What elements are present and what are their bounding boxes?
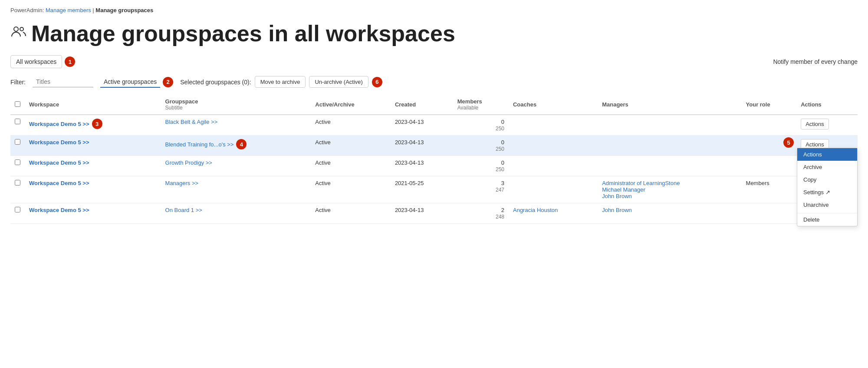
table-header-row: Workspace Groupspace Subtitle Active/Arc… — [10, 95, 858, 115]
groupspace-cell: Blended Training fo...o's >>4 — [161, 136, 311, 156]
filter-label: Filter: — [10, 79, 26, 86]
members-cell: 2248 — [453, 203, 509, 224]
manager-link[interactable]: Michael Manager — [602, 186, 737, 193]
status-cell: Active — [311, 136, 391, 156]
badge-1: 1 — [65, 56, 75, 67]
manager-link[interactable]: John Brown — [602, 207, 737, 213]
coaches-cell — [509, 176, 598, 203]
coach-link[interactable]: Angracia Houston — [513, 207, 593, 213]
unarchive-button[interactable]: Un-archive (Active) — [309, 76, 368, 88]
members-cell: 0250 — [453, 136, 509, 156]
selected-groupspaces-section: Selected groupspaces (0): Move to archiv… — [180, 76, 382, 88]
groupspace-link[interactable]: Growth Prodigy >> — [165, 159, 212, 166]
status-cell: Active — [311, 156, 391, 176]
actions-button[interactable]: Actions — [801, 119, 829, 129]
row-checkbox[interactable] — [15, 119, 20, 124]
select-all-checkbox[interactable] — [15, 101, 20, 107]
th-actions: Actions — [796, 95, 858, 115]
th-members: Members Available — [453, 95, 509, 115]
actions-cell: Actions5ActionsArchiveCopySettings ↗Unar… — [796, 136, 858, 156]
move-to-archive-button[interactable]: Move to archive — [255, 76, 306, 88]
breadcrumb-current: Manage groupspaces — [95, 7, 153, 13]
notify-text: Notify member of every change — [773, 58, 858, 65]
toolbar-row: All workspaces 1 Notify member of every … — [10, 55, 858, 68]
dropdown-unarchive[interactable]: Unarchive — [797, 199, 857, 211]
row-checkbox[interactable] — [15, 180, 20, 186]
workspace-cell: Workspace Demo 5 >> — [25, 136, 161, 156]
status-cell: Active — [311, 203, 391, 224]
groupspace-link[interactable]: Black Belt & Agile >> — [165, 119, 218, 125]
coaches-cell — [509, 115, 598, 136]
role-cell — [742, 156, 797, 176]
groupspace-cell: Managers >> — [161, 176, 311, 203]
notify-label: Notify member of every change — [773, 58, 858, 65]
members-cell: 3247 — [453, 176, 509, 203]
table-row: Workspace Demo 5 >>On Board 1 >>Active20… — [10, 203, 858, 224]
members-cell: 0250 — [453, 156, 509, 176]
created-cell: 2023-04-13 — [391, 136, 453, 156]
active-groupspaces-button[interactable]: Active groupspaces — [100, 76, 160, 88]
row-checkbox[interactable] — [15, 159, 20, 165]
manager-link[interactable]: John Brown — [602, 193, 737, 199]
created-cell: 2021-05-25 — [391, 176, 453, 203]
managers-cell — [598, 156, 741, 176]
all-workspaces-button[interactable]: All workspaces — [10, 55, 62, 68]
dropdown-delete[interactable]: Delete — [797, 213, 857, 226]
dropdown-actions[interactable]: Actions — [797, 148, 857, 161]
active-groupspaces-section: Active groupspaces 2 — [100, 76, 173, 88]
filter-input[interactable] — [33, 76, 93, 87]
managers-cell: Administrator of LearningStoneMichael Ma… — [598, 176, 741, 203]
page-title: Manage groupspaces in all workspaces — [31, 20, 455, 46]
groupspace-cell: On Board 1 >> — [161, 203, 311, 224]
managers-cell: John Brown — [598, 203, 741, 224]
breadcrumb-app: PowerAdmin: — [10, 7, 44, 13]
page-title-row: Manage groupspaces in all workspaces — [10, 20, 858, 46]
row-checkbox[interactable] — [15, 207, 20, 212]
created-cell: 2023-04-13 — [391, 203, 453, 224]
workspace-link[interactable]: Workspace Demo 5 >> — [29, 180, 89, 186]
status-cell: Active — [311, 176, 391, 203]
created-cell: 2023-04-13 — [391, 156, 453, 176]
dropdown-archive[interactable]: Archive — [797, 161, 857, 173]
coaches-cell — [509, 136, 598, 156]
workspace-selector: All workspaces 1 — [10, 55, 75, 68]
th-workspace: Workspace — [25, 95, 161, 115]
badge-6: 6 — [372, 77, 382, 87]
dropdown-copy[interactable]: Copy — [797, 173, 857, 186]
workspace-link[interactable]: Workspace Demo 5 >> — [29, 121, 89, 127]
th-created: Created — [391, 95, 453, 115]
managers-cell — [598, 115, 741, 136]
workspace-link[interactable]: Workspace Demo 5 >> — [29, 139, 89, 146]
workspace-link[interactable]: Workspace Demo 5 >> — [29, 207, 89, 213]
table-row: Workspace Demo 5 >>Managers >>Active2021… — [10, 176, 858, 203]
coaches-cell — [509, 156, 598, 176]
breadcrumb-link-manage-members[interactable]: Manage members — [46, 7, 91, 13]
groupspace-cell: Growth Prodigy >> — [161, 156, 311, 176]
row-checkbox-cell — [10, 115, 25, 136]
role-cell — [742, 115, 797, 136]
row-checkbox-cell — [10, 176, 25, 203]
filter-row: Filter: Active groupspaces 2 Selected gr… — [10, 76, 858, 88]
workspace-cell: Workspace Demo 5 >> — [25, 203, 161, 224]
role-cell — [742, 203, 797, 224]
row-checkbox[interactable] — [15, 139, 20, 145]
badge-2: 2 — [163, 77, 173, 87]
selected-label: Selected groupspaces (0): — [180, 79, 251, 86]
groupspace-link[interactable]: Managers >> — [165, 180, 199, 186]
dropdown-settings[interactable]: Settings ↗ — [797, 186, 857, 199]
breadcrumb: PowerAdmin: Manage members | Manage grou… — [10, 7, 858, 13]
table-row: Workspace Demo 5 >>Growth Prodigy >>Acti… — [10, 156, 858, 176]
groupspace-cell: Black Belt & Agile >> — [161, 115, 311, 136]
badge-4: 4 — [236, 139, 247, 149]
th-groupspace: Groupspace Subtitle — [161, 95, 311, 115]
workspace-cell: Workspace Demo 5 >>3 — [25, 115, 161, 136]
th-your-role: Your role — [742, 95, 797, 115]
groupspaces-table: Workspace Groupspace Subtitle Active/Arc… — [10, 95, 858, 224]
workspace-link[interactable]: Workspace Demo 5 >> — [29, 159, 89, 166]
groupspace-link[interactable]: Blended Training fo...o's >> — [165, 141, 234, 148]
actions-cell: Actions — [796, 115, 858, 136]
workspace-cell: Workspace Demo 5 >> — [25, 156, 161, 176]
manager-link[interactable]: Administrator of LearningStone — [602, 180, 737, 186]
groupspace-link[interactable]: On Board 1 >> — [165, 207, 202, 213]
workspace-cell: Workspace Demo 5 >> — [25, 176, 161, 203]
